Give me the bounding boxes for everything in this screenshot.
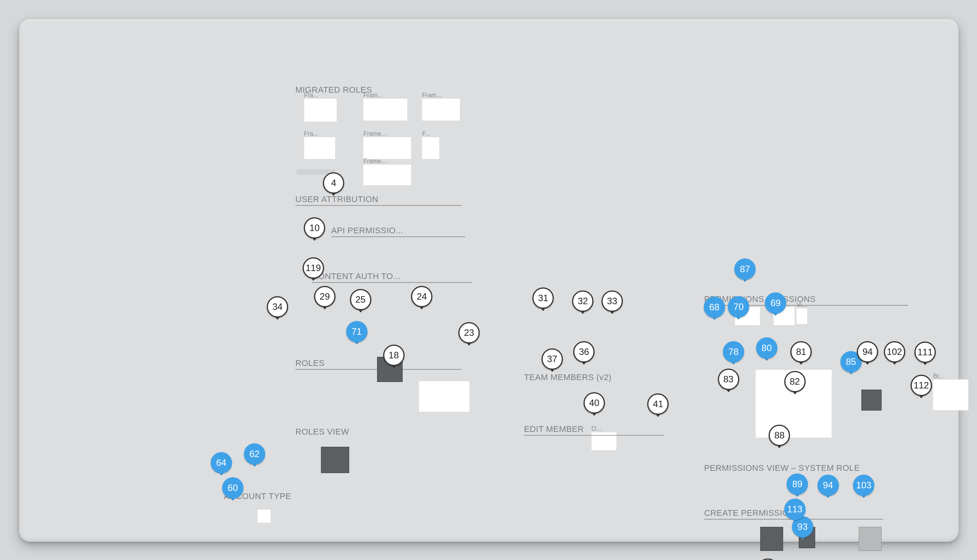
map-pin[interactable]: 33 — [601, 290, 623, 317]
map-pin-number: 81 — [790, 341, 812, 363]
map-pin-number: 94 — [857, 341, 878, 363]
design-frame-thumbnail[interactable]: Fram... — [422, 98, 460, 121]
map-pin-number: 31 — [532, 287, 554, 309]
map-pin[interactable]: 24 — [411, 286, 432, 312]
map-pin[interactable]: 41 — [647, 393, 669, 419]
map-pin-number: 70 — [728, 296, 749, 318]
design-frame-thumbnail[interactable]: Fra... — [304, 98, 337, 122]
map-pin-number: 41 — [647, 393, 669, 415]
map-pin[interactable]: 36 — [573, 341, 595, 367]
map-pin[interactable]: 88 — [769, 425, 790, 451]
map-pin-number: 71 — [346, 321, 368, 342]
map-pin[interactable]: 68 — [704, 297, 725, 323]
map-pin[interactable]: 94 — [857, 341, 878, 367]
map-pin-number: 36 — [573, 341, 595, 363]
map-pin[interactable]: 112 — [910, 375, 932, 401]
section-label-permissions-view: PERMISSIONS VIEW – SYSTEM ROLE — [704, 463, 977, 473]
design-canvas-card[interactable]: Fra...Fram...Fram...Fra...Frame...F...Fr… — [19, 19, 959, 542]
map-pin[interactable]: 111 — [914, 342, 936, 367]
map-pin[interactable]: 87 — [734, 258, 756, 284]
map-pin[interactable]: 71 — [346, 321, 368, 347]
map-pin-number: 37 — [542, 348, 563, 370]
map-pin[interactable]: 62 — [244, 443, 265, 469]
figma-canvas[interactable]: Fra...Fram...Fram...Fra...Frame...F...Fr… — [20, 20, 958, 541]
map-pin[interactable]: 83 — [718, 368, 739, 395]
map-pin-number: 112 — [910, 375, 932, 396]
map-pin-number: 23 — [458, 322, 480, 343]
map-pin[interactable]: 78 — [723, 341, 744, 367]
map-pin[interactable]: 37 — [542, 348, 563, 374]
map-pin[interactable]: 10 — [304, 217, 325, 243]
map-pin-number: 83 — [718, 368, 739, 390]
design-frame-thumbnail[interactable]: Br... — [933, 379, 969, 410]
map-pin[interactable]: 69 — [765, 292, 786, 318]
design-frame-thumbnail[interactable] — [760, 527, 783, 550]
map-pin-number: 94 — [818, 475, 839, 496]
map-pin[interactable]: 25 — [350, 289, 371, 315]
design-frame-thumbnail[interactable]: F... — [422, 137, 440, 159]
map-pin-number: 87 — [734, 258, 756, 280]
section-label-migrated-roles: MIGRATED ROLES — [295, 85, 462, 95]
section-label-roles-view: ROLES VIEW — [295, 427, 417, 437]
section-label-api-permissions: API PERMISSIO... — [331, 226, 465, 236]
section-label-edit-member: EDIT MEMBER — [524, 424, 664, 434]
frame-label: Br... — [933, 373, 944, 380]
map-pin-number: 68 — [704, 297, 725, 318]
map-pin-number: 18 — [383, 345, 405, 366]
frame-label: Fra... — [304, 130, 318, 137]
map-pin-number: 95 — [757, 558, 778, 560]
map-pin-number: 102 — [884, 341, 905, 363]
map-pin-number: 69 — [765, 292, 786, 314]
map-pin-number: 119 — [303, 257, 324, 279]
section-label-user-attribution: USER ATTRIBUTION — [295, 194, 462, 204]
design-frame-thumbnail[interactable]: Fram... — [363, 98, 408, 121]
map-pin[interactable]: 81 — [790, 341, 812, 367]
map-pin-number: 62 — [244, 443, 265, 465]
map-pin[interactable]: 119 — [303, 257, 324, 283]
design-frame-thumbnail[interactable] — [257, 509, 271, 523]
map-pin-number: 29 — [314, 286, 335, 307]
map-pin[interactable]: 82 — [784, 371, 806, 397]
map-pin[interactable]: 4 — [323, 172, 344, 198]
design-frame-thumbnail[interactable]: Vi... — [796, 308, 808, 324]
map-pin[interactable]: 29 — [314, 286, 335, 312]
map-pin[interactable]: 113 — [784, 498, 806, 525]
design-frame-thumbnail[interactable] — [419, 381, 470, 412]
map-pin-number: 80 — [756, 337, 777, 359]
map-pin[interactable]: 23 — [458, 322, 480, 348]
frame-label: Frame... — [363, 158, 386, 165]
frame-label: F... — [422, 130, 430, 137]
section-label-roles: ROLES — [295, 358, 462, 368]
map-pin[interactable]: 31 — [532, 287, 554, 313]
map-pin-number: 89 — [786, 473, 808, 495]
design-frame-thumbnail[interactable] — [859, 527, 882, 550]
map-pin-number: 82 — [784, 371, 806, 392]
map-pin-number: 113 — [784, 498, 806, 520]
map-pin[interactable]: 64 — [211, 452, 232, 478]
map-pin[interactable]: 60 — [222, 477, 244, 503]
map-pin[interactable]: 102 — [884, 341, 905, 367]
map-pin[interactable]: 32 — [572, 290, 594, 317]
map-pin-number: 78 — [723, 341, 744, 363]
map-pin[interactable]: 94 — [818, 475, 839, 500]
map-pin-number: 40 — [584, 392, 605, 413]
map-pin-number: 24 — [411, 286, 432, 307]
map-pin[interactable]: 40 — [584, 392, 605, 418]
design-frame-thumbnail[interactable] — [862, 390, 882, 411]
design-frame-thumbnail[interactable]: Fra... — [304, 137, 336, 159]
map-pin[interactable]: 18 — [383, 345, 405, 370]
design-frame-thumbnail[interactable]: Frame... — [363, 164, 412, 186]
map-pin[interactable]: 80 — [756, 337, 777, 363]
design-frame-thumbnail[interactable]: Frame... — [363, 137, 412, 159]
map-pin-number: 33 — [601, 290, 623, 312]
design-frame-thumbnail[interactable] — [321, 447, 349, 473]
map-pin[interactable]: 89 — [786, 473, 808, 499]
map-pin[interactable]: 70 — [728, 296, 749, 322]
section-label-content-auth-to: CONTENT AUTH TO... — [312, 272, 471, 281]
map-pin-number: 10 — [304, 217, 325, 238]
frame-label: Frame... — [363, 130, 386, 137]
map-pin-number: 25 — [350, 289, 371, 310]
map-pin[interactable]: 103 — [853, 475, 874, 500]
map-pin[interactable]: 34 — [267, 296, 288, 322]
map-pin[interactable]: 95 — [757, 558, 778, 560]
